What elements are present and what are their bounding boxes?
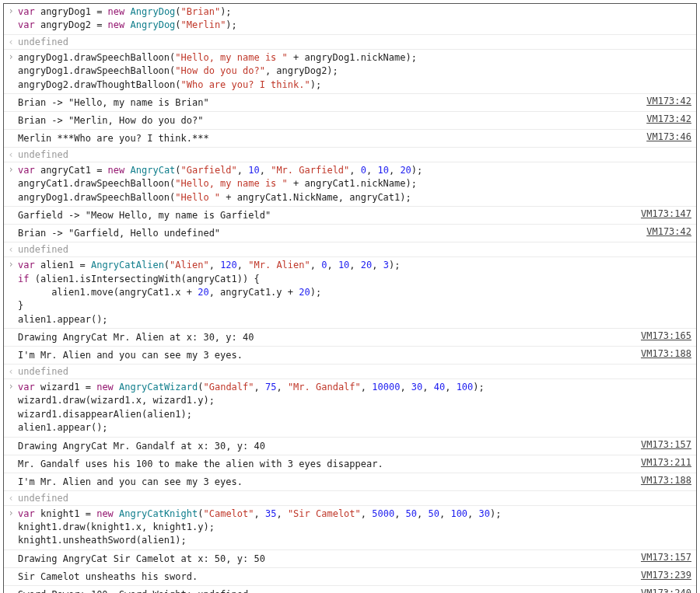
log-message: Brian -> "Merlin, How do you do?" <box>18 112 642 129</box>
console-return: undefined <box>4 35 696 50</box>
log-gutter <box>4 225 18 228</box>
console-return: undefined <box>4 491 696 506</box>
source-link[interactable]: VM173:240 <box>636 586 696 593</box>
console-log: Garfield -> "Meow Hello, my name is Garf… <box>4 207 696 225</box>
console-input[interactable]: var angryCat1 = new AngryCat("Garfield",… <box>4 162 696 207</box>
console-log: Merlin ***Who are you? I think.*** VM173… <box>4 130 696 148</box>
console-input[interactable]: var angryDog1 = new AngryDog("Brian");va… <box>4 4 696 35</box>
input-caret-icon <box>4 162 18 176</box>
console-log: Sir Camelot unsheaths his sword. VM173:2… <box>4 568 696 586</box>
return-value: undefined <box>18 148 696 162</box>
console-log: Brian -> "Hello, my name is Brian" VM173… <box>4 94 696 112</box>
output-caret-icon <box>4 491 18 505</box>
console-log: I'm Mr. Alien and you can see my 3 eyes.… <box>4 473 696 491</box>
log-gutter <box>4 112 18 115</box>
output-caret-icon <box>4 365 18 378</box>
log-message: Drawing AngryCat Mr. Alien at x: 30, y: … <box>18 329 636 346</box>
source-link[interactable]: VM173:165 <box>636 329 696 343</box>
log-message: Brian -> "Garfield, Hello undefined" <box>18 225 642 242</box>
log-gutter <box>4 329 18 332</box>
log-message: Sir Camelot unsheaths his sword. <box>18 568 636 585</box>
log-message: Mr. Gandalf uses his 100 to make the ali… <box>18 455 636 473</box>
log-gutter <box>4 568 18 571</box>
log-message: Brian -> "Hello, my name is Brian" <box>18 94 642 111</box>
console-log: Drawing AngryCat Mr. Alien at x: 30, y: … <box>4 329 696 347</box>
log-message: I'm Mr. Alien and you can see my 3 eyes. <box>18 347 636 364</box>
input-caret-icon <box>4 379 18 393</box>
source-link[interactable]: VM173:157 <box>636 438 696 452</box>
log-gutter <box>4 130 18 133</box>
console-log: Drawing AngryCat Mr. Gandalf at x: 30, y… <box>4 438 696 455</box>
console-log: Sword Power: 100. Sword Weight: undefine… <box>4 586 696 593</box>
source-link[interactable]: VM173:188 <box>636 347 696 361</box>
console-log: Brian -> "Merlin, How do you do?" VM173:… <box>4 112 696 130</box>
code-block: angryDog1.drawSpeechBalloon("Hello, my n… <box>18 50 696 93</box>
console-return: undefined <box>4 148 696 162</box>
log-gutter <box>4 94 18 97</box>
code-block: var wizard1 = new AngryCatWizard("Gandal… <box>18 379 696 437</box>
console-input[interactable]: var wizard1 = new AngryCatWizard("Gandal… <box>4 379 696 438</box>
log-gutter <box>4 550 18 553</box>
log-gutter <box>4 347 18 350</box>
source-link[interactable]: VM173:46 <box>642 130 696 144</box>
input-caret-icon <box>4 4 18 18</box>
input-caret-icon <box>4 506 18 520</box>
log-message: Sword Power: 100. Sword Weight: undefine… <box>18 586 636 593</box>
console-return: undefined <box>4 365 696 379</box>
console-log: Drawing AngryCat Sir Camelot at x: 50, y… <box>4 550 696 568</box>
log-gutter <box>4 438 18 441</box>
source-link[interactable]: VM173:188 <box>636 473 696 487</box>
log-gutter <box>4 207 18 210</box>
source-link[interactable]: VM173:42 <box>642 225 696 239</box>
console-return: undefined <box>4 242 696 257</box>
source-link[interactable]: VM173:42 <box>642 112 696 126</box>
log-message: Garfield -> "Meow Hello, my name is Garf… <box>18 207 636 224</box>
code-block: var knight1 = new AngryCatKnight("Camelo… <box>18 506 696 549</box>
code-block: var angryCat1 = new AngryCat("Garfield",… <box>18 162 696 206</box>
output-caret-icon <box>4 35 18 49</box>
output-caret-icon <box>4 148 18 162</box>
console-log: Brian -> "Garfield, Hello undefined" VM1… <box>4 225 696 242</box>
input-caret-icon <box>4 50 18 64</box>
console-input[interactable]: angryDog1.drawSpeechBalloon("Hello, my n… <box>4 50 696 94</box>
log-gutter <box>4 473 18 476</box>
return-value: undefined <box>18 242 696 256</box>
console-input[interactable]: var knight1 = new AngryCatKnight("Camelo… <box>4 506 696 550</box>
console-input[interactable]: var alien1 = AngryCatAlien("Alien", 120,… <box>4 257 696 329</box>
code-block: var angryDog1 = new AngryDog("Brian");va… <box>18 4 696 34</box>
return-value: undefined <box>18 35 696 49</box>
source-link[interactable]: VM173:157 <box>636 550 696 564</box>
log-gutter <box>4 586 18 589</box>
source-link[interactable]: VM173:211 <box>636 455 696 469</box>
log-message: Merlin ***Who are you? I think.*** <box>18 130 642 147</box>
console-log: Mr. Gandalf uses his 100 to make the ali… <box>4 455 696 473</box>
source-link[interactable]: VM173:42 <box>642 94 696 108</box>
input-caret-icon <box>4 257 18 271</box>
source-link[interactable]: VM173:147 <box>636 207 696 221</box>
devtools-console[interactable]: var angryDog1 = new AngryDog("Brian");va… <box>3 3 697 593</box>
log-message: I'm Mr. Alien and you can see my 3 eyes. <box>18 473 636 490</box>
log-message: Drawing AngryCat Sir Camelot at x: 50, y… <box>18 550 636 567</box>
return-value: undefined <box>18 491 696 505</box>
return-value: undefined <box>18 365 696 378</box>
log-gutter <box>4 455 18 459</box>
code-block: var alien1 = AngryCatAlien("Alien", 120,… <box>18 257 696 328</box>
console-log: I'm Mr. Alien and you can see my 3 eyes.… <box>4 347 696 365</box>
source-link[interactable]: VM173:239 <box>636 568 696 582</box>
output-caret-icon <box>4 242 18 256</box>
log-message: Drawing AngryCat Mr. Gandalf at x: 30, y… <box>18 438 636 455</box>
